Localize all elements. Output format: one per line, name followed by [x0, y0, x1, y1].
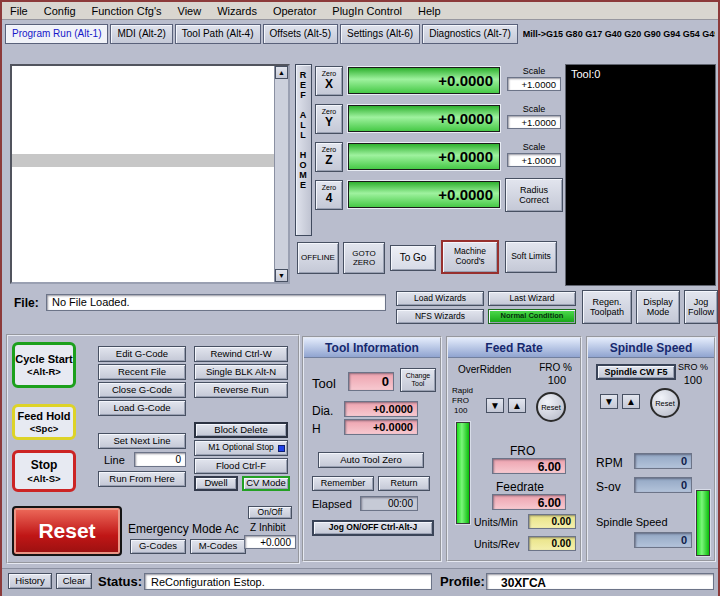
reverse-run-button[interactable]: Reverse Run	[194, 382, 288, 398]
scale-dro-z[interactable]: +1.0000	[507, 153, 561, 167]
tab-mdi[interactable]: MDI (Alt-2)	[110, 24, 172, 44]
regen-toolpath-button[interactable]: Regen. Toolpath	[582, 290, 632, 324]
remember-button[interactable]: Remember	[312, 476, 374, 491]
m-codes-button[interactable]: M-Codes	[190, 539, 246, 554]
stop-button[interactable]: Stop	[31, 458, 58, 472]
feed-reset-button[interactable]: Reset	[536, 392, 566, 422]
menu-file[interactable]: File	[2, 2, 36, 19]
machine-coords-button[interactable]: Machine Coord's	[441, 240, 499, 274]
feed-up-arrow-icon[interactable]: ▲	[508, 398, 526, 413]
load-gcode-button[interactable]: Load G-Code	[98, 400, 186, 416]
offline-button[interactable]: OFFLINE	[297, 242, 339, 274]
dro-y[interactable]: +0.0000	[348, 105, 500, 132]
history-button[interactable]: History	[8, 573, 52, 589]
spindle-reset-button[interactable]: Reset	[650, 388, 680, 418]
jog-follow-button[interactable]: Jog Follow	[684, 290, 718, 324]
on-off-button[interactable]: On/Off	[248, 506, 292, 519]
single-blk-button[interactable]: Single BLK Alt-N	[194, 364, 288, 380]
reset-button[interactable]: Reset	[12, 506, 122, 556]
edit-gcode-button[interactable]: Edit G-Code	[98, 346, 186, 362]
z-inhibit-dro[interactable]: +0.000	[244, 535, 296, 549]
spindle-cw-button[interactable]: Spindle CW F5	[596, 364, 676, 380]
scale-dro-x[interactable]: +1.0000	[507, 77, 561, 91]
m1-led-icon	[278, 445, 285, 452]
soft-limits-button[interactable]: Soft Limits	[505, 241, 557, 273]
tool-h-dro[interactable]: +0.0000	[344, 419, 418, 435]
dwell-button[interactable]: Dwell	[194, 476, 238, 491]
close-gcode-button[interactable]: Close G-Code	[98, 382, 186, 398]
tab-diagnostics[interactable]: Diagnostics (Alt-7)	[422, 24, 518, 44]
menu-help[interactable]: Help	[410, 2, 449, 19]
load-wizards-button[interactable]: Load Wizards	[396, 291, 484, 306]
spindle-speed-title: Spindle Speed	[588, 338, 714, 358]
tool-dia-dro[interactable]: +0.0000	[344, 401, 418, 417]
scale-dro-y[interactable]: +1.0000	[507, 115, 561, 129]
recent-file-button[interactable]: Recent File	[98, 364, 186, 380]
run-control-panel: Cycle Start <Alt-R> Feed Hold <Spc> Stop…	[6, 334, 300, 564]
menu-function-cfgs[interactable]: Function Cfg's	[84, 2, 170, 19]
menu-wizards[interactable]: Wizards	[209, 2, 265, 19]
change-tool-button[interactable]: Change Tool	[400, 368, 436, 392]
menu-view[interactable]: View	[170, 2, 210, 19]
menu-operator[interactable]: Operator	[265, 2, 324, 19]
scroll-down-icon[interactable]: ▼	[275, 269, 288, 282]
tool-number-dro[interactable]: 0	[348, 372, 394, 391]
spindle-override-slider[interactable]	[696, 490, 710, 556]
toolpath-tool-readout: Tool:0	[571, 68, 600, 80]
set-next-line-button[interactable]: Set Next Line	[98, 433, 186, 449]
nfs-wizards-button[interactable]: NFS Wizards	[396, 309, 484, 324]
block-delete-button[interactable]: Block Delete	[194, 422, 288, 438]
zero-z-button[interactable]: Zero Z	[315, 142, 343, 172]
cycle-start-button[interactable]: Cycle Start	[15, 353, 72, 366]
dro-x[interactable]: +0.0000	[348, 67, 500, 94]
m1-optional-stop-button[interactable]: M1 Optional Stop	[194, 440, 288, 456]
auto-tool-zero-button[interactable]: Auto Tool Zero	[318, 452, 424, 468]
line-number-dro[interactable]: 0	[134, 452, 186, 467]
zero-4-button[interactable]: Zero 4	[315, 180, 343, 210]
scale-label-y: Scale	[507, 104, 561, 114]
spindle-up-arrow-icon[interactable]: ▲	[622, 394, 640, 409]
units-min-label: Units/Min	[474, 516, 518, 528]
last-wizard-button[interactable]: Last Wizard	[488, 291, 576, 306]
zero-y-button[interactable]: Zero Y	[315, 104, 343, 134]
run-from-here-button[interactable]: Run From Here	[98, 471, 186, 487]
dro-4[interactable]: +0.0000	[348, 181, 500, 208]
ref-all-home-button[interactable]: REF ALL HOME	[295, 64, 312, 236]
tab-offsets[interactable]: Offsets (Alt-5)	[263, 24, 339, 44]
feed-override-slider[interactable]	[456, 422, 470, 524]
flood-button[interactable]: Flood Ctrl-F	[194, 458, 288, 474]
gcode-current-line-highlight	[12, 154, 274, 167]
dro-z[interactable]: +0.0000	[348, 143, 500, 170]
rpm-dro[interactable]: 0	[634, 453, 692, 469]
return-button[interactable]: Return	[378, 476, 430, 491]
spindle-down-arrow-icon[interactable]: ▼	[600, 394, 618, 409]
radius-correct-button[interactable]: Radius Correct	[505, 178, 563, 212]
rewind-button[interactable]: Rewind Ctrl-W	[194, 346, 288, 362]
menu-plugin-control[interactable]: PlugIn Control	[324, 2, 410, 19]
display-mode-button[interactable]: Display Mode	[636, 290, 680, 324]
jog-on-off-button[interactable]: Jog ON/OFF Ctrl-Alt-J	[312, 520, 434, 536]
clear-button[interactable]: Clear	[56, 573, 92, 589]
units-min-dro[interactable]: 0.00	[528, 514, 576, 529]
units-rev-dro[interactable]: 0.00	[528, 536, 576, 551]
gcode-scrollbar[interactable]: ▲ ▼	[274, 66, 288, 282]
cv-mode-button[interactable]: CV Mode	[242, 476, 290, 491]
screen-tab-bar: Program Run (Alt-1) MDI (Alt-2) Tool Pat…	[5, 22, 715, 45]
goto-zero-button[interactable]: GOTO ZERO	[343, 242, 385, 274]
g-codes-button[interactable]: G-Codes	[130, 539, 186, 554]
tab-settings[interactable]: Settings (Alt-6)	[340, 24, 420, 44]
spindle-speed-dro[interactable]: 0	[634, 532, 692, 548]
menu-config[interactable]: Config	[36, 2, 84, 19]
gcode-list[interactable]: ▲ ▼	[10, 64, 290, 284]
sov-dro[interactable]: 0	[634, 477, 692, 493]
feed-hold-button[interactable]: Feed Hold	[17, 410, 70, 423]
fro-dro[interactable]: 6.00	[492, 458, 566, 474]
feedrate-dro[interactable]: 6.00	[492, 494, 566, 510]
feed-down-arrow-icon[interactable]: ▼	[486, 398, 504, 413]
tab-tool-path[interactable]: Tool Path (Alt-4)	[175, 24, 261, 44]
scroll-up-icon[interactable]: ▲	[275, 66, 288, 79]
condition-indicator[interactable]: Normal Condition	[488, 309, 576, 324]
zero-x-button[interactable]: Zero X	[315, 66, 343, 96]
to-go-button[interactable]: To Go	[390, 245, 436, 271]
tab-program-run[interactable]: Program Run (Alt-1)	[5, 24, 108, 44]
